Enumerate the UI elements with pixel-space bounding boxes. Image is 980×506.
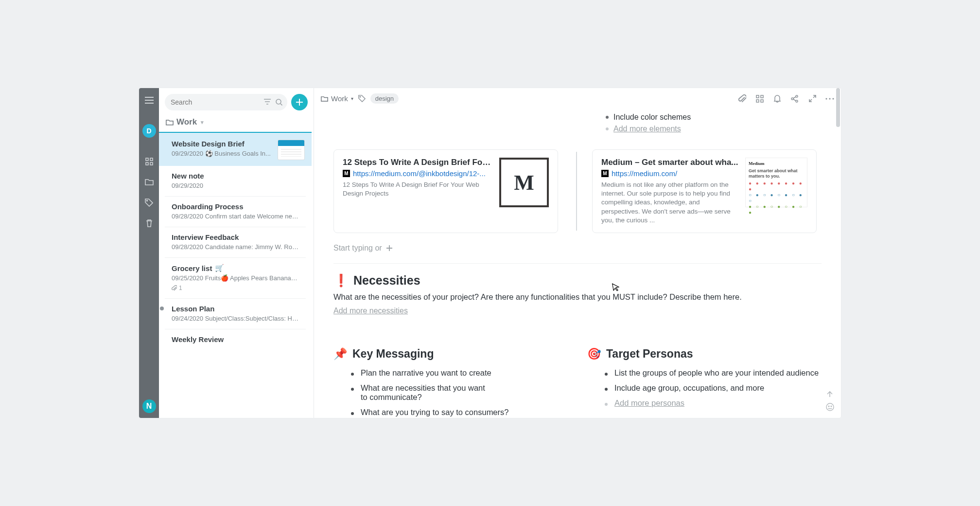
note-thumbnail	[278, 140, 305, 160]
link-card-title: Medium – Get smarter about wha...	[601, 158, 738, 167]
note-item[interactable]: Weekly Review	[165, 329, 306, 352]
float-controls	[826, 390, 834, 411]
svg-rect-10	[761, 100, 763, 102]
svg-point-13	[796, 100, 798, 102]
svg-point-6	[360, 96, 361, 97]
breadcrumb-label: Work	[331, 94, 348, 103]
svg-point-5	[276, 99, 281, 104]
note-title: Onboarding Process	[172, 202, 299, 211]
add-necessities-placeholder[interactable]: Add more necessities	[333, 307, 408, 315]
tag-icon[interactable]	[358, 95, 366, 102]
new-note-button[interactable]	[291, 94, 308, 110]
link-card-url[interactable]: Mhttps://medium.com/	[601, 169, 738, 178]
link-card-url[interactable]: Mhttps://medium.com/@inkbotdesign/12-...	[343, 169, 492, 178]
share-icon[interactable]	[790, 94, 799, 103]
breadcrumb[interactable]: Work ▾	[321, 94, 353, 103]
attachment-indicator: 1	[172, 285, 299, 291]
folder-selector[interactable]: Work ▾	[159, 113, 314, 132]
svg-point-14	[825, 98, 827, 99]
note-item[interactable]: Website Design Brief 09/29/2020 ⚽ Busine…	[159, 132, 312, 166]
note-item[interactable]: Lesson Plan 09/24/2020 Subject/Class:Sub…	[165, 299, 306, 329]
note-preview: 09/25/2020 Fruits🍎 Apples Pears Bananas …	[172, 274, 299, 282]
chevron-down-icon: ▾	[351, 96, 353, 101]
svg-rect-0	[146, 158, 148, 161]
search-input-wrap[interactable]	[165, 94, 287, 110]
bullet-icon	[351, 388, 354, 391]
key-messaging-section: 📌 Key Messaging Plan the narrative you w…	[333, 338, 568, 418]
note-title: Grocery list 🛒	[172, 264, 299, 272]
svg-rect-1	[150, 158, 153, 161]
list-item[interactable]: Include age group, occupations, and more	[605, 380, 822, 396]
key-messaging-heading: 📌 Key Messaging	[333, 347, 568, 361]
list-item[interactable]: Include color schemes	[606, 111, 822, 123]
svg-rect-7	[756, 95, 759, 98]
pin-icon: 📌	[333, 347, 348, 361]
cursor-icon	[612, 282, 620, 292]
list-item[interactable]: What are you trying to say to consumers?	[351, 405, 568, 418]
elements-list: Include color schemes Add more elements	[606, 111, 822, 135]
expand-icon[interactable]	[808, 94, 817, 103]
link-card-desc: 12 Steps To Write A Design Brief For You…	[343, 181, 492, 198]
bullet-icon	[605, 373, 608, 376]
paperclip-icon[interactable]	[738, 94, 747, 103]
link-card[interactable]: Medium – Get smarter about wha... Mhttps…	[592, 149, 817, 233]
app-window: D N Wor	[139, 88, 841, 418]
app-logo[interactable]: N	[142, 399, 156, 413]
link-card[interactable]: 12 Steps To Write A Design Brief For You…	[333, 149, 558, 233]
svg-rect-3	[150, 163, 153, 165]
bullet-icon	[606, 116, 609, 119]
emoji-icon[interactable]	[826, 403, 834, 411]
link-card-title: 12 Steps To Write A Design Brief For You…	[343, 158, 492, 167]
note-preview: 09/28/2020 Confirm start date Welcome ne…	[172, 213, 299, 220]
note-item[interactable]: Interview Feedback 09/28/2020 Candidate …	[165, 227, 306, 258]
notes-list[interactable]: Website Design Brief 09/29/2020 ⚽ Busine…	[159, 132, 314, 418]
search-icon[interactable]	[276, 99, 282, 106]
target-icon: 🎯	[587, 347, 601, 361]
list-item[interactable]: List the groups of people who are your i…	[605, 365, 822, 380]
grid-icon[interactable]	[755, 94, 764, 103]
tag-pill[interactable]: design	[370, 93, 399, 104]
add-elements-placeholder[interactable]: Add more elements	[606, 123, 822, 135]
more-icon[interactable]	[825, 94, 834, 103]
note-item[interactable]: New note 09/29/2020	[165, 166, 306, 197]
svg-point-18	[828, 406, 829, 407]
svg-point-17	[826, 403, 834, 411]
necessities-text[interactable]: What are the necessities of your project…	[333, 292, 822, 302]
document-body[interactable]: Include color schemes Add more elements …	[314, 109, 841, 418]
svg-point-15	[829, 98, 830, 99]
bullet-icon	[351, 373, 354, 376]
unread-dot-icon	[160, 307, 164, 310]
trash-icon[interactable]	[144, 217, 155, 228]
scroll-top-icon[interactable]	[826, 390, 834, 398]
svg-point-12	[796, 95, 798, 97]
nav-rail: D N	[139, 88, 159, 418]
tag-icon[interactable]	[144, 197, 155, 208]
svg-rect-9	[756, 100, 759, 102]
type-prompt[interactable]: Start typing or	[333, 244, 822, 253]
bullet-icon	[351, 412, 354, 415]
list-item[interactable]: What are necessities that you want to co…	[351, 380, 568, 405]
add-personas-placeholder[interactable]: Add more personas	[605, 396, 822, 411]
scrollbar[interactable]	[836, 88, 840, 418]
filter-icon[interactable]	[264, 99, 271, 106]
bell-icon[interactable]	[773, 94, 782, 103]
note-item[interactable]: Grocery list 🛒 09/25/2020 Fruits🍎 Apples…	[165, 258, 306, 299]
link-card-thumb: M	[499, 158, 549, 207]
svg-point-19	[831, 406, 832, 407]
note-item[interactable]: Onboarding Process 09/28/2020 Confirm st…	[165, 197, 306, 227]
bullet-icon	[606, 127, 609, 130]
folder-icon[interactable]	[144, 177, 155, 187]
favicon-icon: M	[343, 170, 350, 177]
divider	[333, 263, 822, 264]
list-item[interactable]: Plan the narrative you want to create	[351, 365, 568, 380]
svg-rect-2	[146, 163, 148, 165]
bullet-icon	[605, 403, 608, 406]
user-avatar[interactable]: D	[142, 124, 156, 138]
plus-icon[interactable]	[385, 244, 394, 253]
folder-icon	[321, 96, 328, 102]
menu-icon[interactable]	[144, 95, 155, 106]
link-cards-row: 12 Steps To Write A Design Brief For You…	[333, 149, 822, 233]
svg-point-11	[791, 98, 793, 100]
grid-icon[interactable]	[144, 156, 155, 167]
sidebar: Work ▾ Website Design Brief 09/29/2020 ⚽…	[159, 88, 314, 418]
